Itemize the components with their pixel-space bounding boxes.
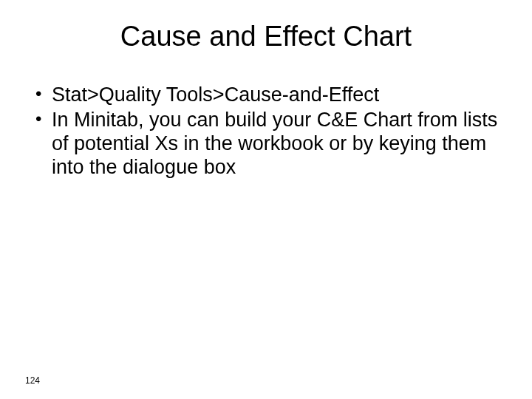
slide-title: Cause and Effect Chart — [30, 21, 502, 52]
bullet-item: Stat>Quality Tools>Cause-and-Effect — [34, 83, 502, 107]
bullet-item: In Minitab, you can build your C&E Chart… — [34, 109, 502, 180]
page-number: 124 — [25, 375, 40, 386]
slide: Cause and Effect Chart Stat>Quality Tool… — [0, 0, 532, 399]
bullet-list: Stat>Quality Tools>Cause-and-Effect In M… — [30, 83, 502, 179]
